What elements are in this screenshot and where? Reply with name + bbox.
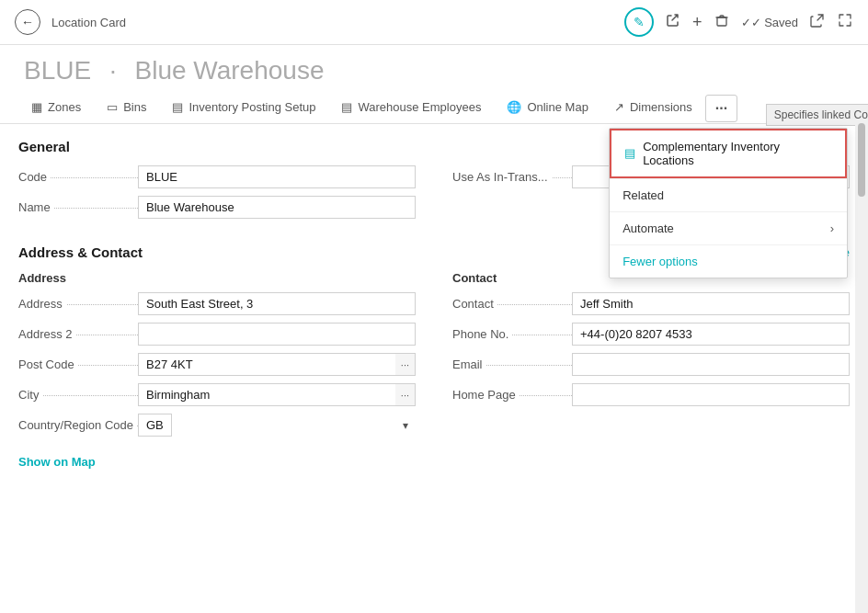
complementary-icon: ▤ bbox=[624, 146, 635, 160]
address-col-header: Address bbox=[18, 271, 416, 285]
country-select[interactable]: GB US DE bbox=[138, 414, 172, 437]
email-field-row: Email bbox=[452, 353, 850, 376]
homepage-label: Home Page bbox=[452, 388, 572, 402]
homepage-field-row: Home Page bbox=[452, 383, 850, 406]
location-code: BLUE bbox=[24, 56, 91, 85]
page-title-area: BLUE · Blue Warehouse bbox=[0, 45, 868, 85]
country-label: Country/Region Code bbox=[18, 418, 138, 432]
address-label: Address bbox=[18, 297, 138, 311]
add-button[interactable]: + bbox=[692, 13, 702, 32]
automate-item[interactable]: Automate › bbox=[610, 211, 847, 244]
city-label: City bbox=[18, 388, 138, 402]
contact-label: Contact bbox=[452, 297, 572, 311]
zones-icon: ▦ bbox=[31, 100, 42, 114]
fullscreen-button[interactable] bbox=[837, 12, 853, 32]
address-column: Address Address Address 2 Post Code ··· bbox=[18, 271, 416, 469]
contact-field-row: Contact bbox=[452, 292, 850, 315]
contact-column: Contact Contact Phone No. Email Hom bbox=[452, 271, 850, 469]
phone-input[interactable] bbox=[572, 323, 850, 346]
show-on-map-link[interactable]: Show on Map bbox=[18, 455, 96, 469]
scrollbar-thumb[interactable] bbox=[858, 124, 865, 197]
city-input-group: ··· bbox=[138, 383, 416, 406]
address-contact-title: Address & Contact bbox=[18, 244, 143, 260]
scrollbar[interactable] bbox=[855, 124, 868, 572]
address-contact-grid: Address Address Address 2 Post Code ··· bbox=[18, 271, 850, 469]
tab-online-map[interactable]: 🌐 Online Map bbox=[494, 93, 600, 123]
address-field-row: Address bbox=[18, 292, 416, 315]
country-field-row: Country/Region Code GB US DE bbox=[18, 414, 416, 437]
automate-arrow-icon: › bbox=[830, 221, 834, 235]
edit-button[interactable]: ✎ bbox=[624, 7, 654, 37]
popout-button[interactable] bbox=[809, 12, 826, 32]
edit-icon: ✎ bbox=[634, 15, 645, 29]
tab-bins[interactable]: ▭ Bins bbox=[94, 93, 159, 123]
name-input[interactable] bbox=[138, 196, 416, 219]
email-input[interactable] bbox=[572, 353, 850, 376]
name-label: Name bbox=[18, 200, 138, 214]
code-input[interactable] bbox=[138, 165, 416, 188]
general-left-col: Code Name bbox=[18, 165, 416, 226]
address2-input[interactable] bbox=[138, 323, 416, 346]
address-contact-section: Address & Contact Show more Address Addr… bbox=[18, 244, 850, 469]
delete-button[interactable] bbox=[714, 12, 730, 32]
code-label: Code bbox=[18, 170, 138, 184]
dropdown-menu: ▤ Complementary Inventory Locations Rela… bbox=[609, 128, 848, 278]
share-button[interactable] bbox=[665, 12, 681, 32]
page-title: BLUE · Blue Warehouse bbox=[18, 56, 850, 85]
title-separator: · bbox=[109, 56, 117, 85]
address-input[interactable] bbox=[138, 292, 416, 315]
breadcrumb: Location Card bbox=[51, 16, 126, 29]
warehouse-employees-icon: ▤ bbox=[341, 100, 352, 114]
name-field-row: Name bbox=[18, 196, 416, 219]
bins-icon: ▭ bbox=[107, 100, 118, 114]
postcode-input-group: ··· bbox=[138, 353, 416, 376]
address2-field-row: Address 2 bbox=[18, 323, 416, 346]
code-field-row: Code bbox=[18, 165, 416, 188]
back-button[interactable]: ← bbox=[15, 9, 40, 35]
online-map-icon: 🌐 bbox=[507, 100, 521, 114]
email-label: Email bbox=[452, 358, 572, 371]
city-lookup-button[interactable]: ··· bbox=[395, 383, 416, 406]
more-tabs-button[interactable]: ··· bbox=[705, 95, 737, 122]
city-input[interactable] bbox=[138, 383, 395, 406]
tabs-bar: ▦ Zones ▭ Bins ▤ Inventory Posting Setup… bbox=[0, 93, 868, 124]
more-tabs-dropdown[interactable]: ··· ▤ Complementary Inventory Locations … bbox=[705, 95, 737, 122]
country-select-wrapper: GB US DE bbox=[138, 414, 416, 437]
svg-rect-0 bbox=[717, 17, 726, 26]
complementary-inventory-locations-item[interactable]: ▤ Complementary Inventory Locations bbox=[610, 129, 847, 178]
check-icon: ✓ bbox=[741, 16, 751, 29]
dimensions-icon: ↗ bbox=[614, 100, 624, 114]
fewer-options-item[interactable]: Fewer options bbox=[610, 244, 847, 278]
saved-indicator: ✓ ✓ Saved bbox=[741, 16, 798, 29]
phone-label: Phone No. bbox=[452, 327, 572, 341]
location-name: Blue Warehouse bbox=[135, 56, 325, 85]
tab-dimensions[interactable]: ↗ Dimensions bbox=[601, 93, 705, 123]
related-item[interactable]: Related bbox=[610, 178, 847, 211]
tab-warehouse-employees[interactable]: ▤ Warehouse Employees bbox=[328, 93, 494, 123]
contact-input[interactable] bbox=[572, 292, 850, 315]
tab-zones[interactable]: ▦ Zones bbox=[18, 93, 94, 123]
homepage-input[interactable] bbox=[572, 383, 850, 406]
city-field-row: City ··· bbox=[18, 383, 416, 406]
top-bar: ← Location Card ✎ + ✓ ✓ Saved bbox=[0, 0, 868, 45]
postcode-field-row: Post Code ··· bbox=[18, 353, 416, 376]
phone-field-row: Phone No. bbox=[452, 323, 850, 346]
postcode-label: Post Code bbox=[18, 358, 138, 371]
address2-label: Address 2 bbox=[18, 327, 138, 341]
tab-inventory-posting-setup[interactable]: ▤ Inventory Posting Setup bbox=[159, 93, 328, 123]
inventory-posting-icon: ▤ bbox=[172, 100, 183, 114]
use-as-intrans-label: Use As In-Trans... bbox=[452, 170, 572, 184]
tooltip: Specifies linked Compl... bbox=[766, 104, 868, 126]
postcode-lookup-button[interactable]: ··· bbox=[395, 353, 416, 376]
postcode-input[interactable] bbox=[138, 353, 395, 376]
